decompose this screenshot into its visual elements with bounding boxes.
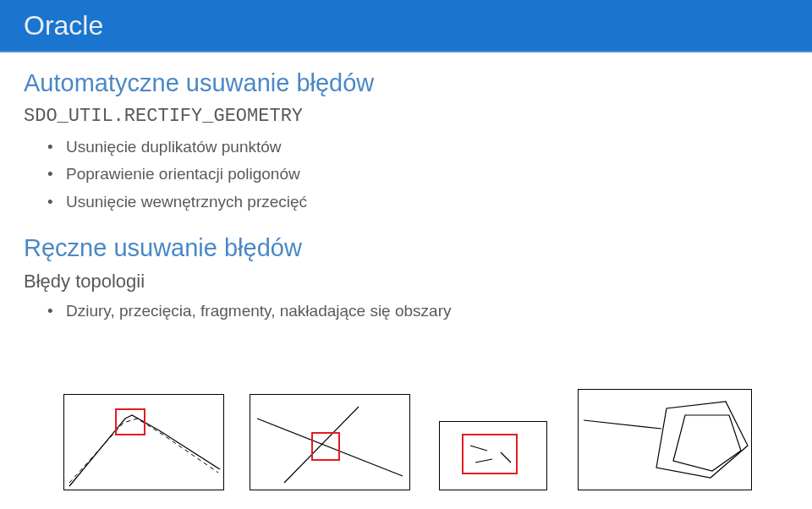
diagram-panel-1 xyxy=(63,394,224,490)
bullet-item: Usunięcie duplikatów punktów xyxy=(66,134,812,161)
diagram-panel-4 xyxy=(578,389,752,490)
diagram-panel-3 xyxy=(439,421,547,490)
content: Automatyczne usuwanie błędów SDO_UTIL.RE… xyxy=(0,52,812,325)
diagrams-row xyxy=(63,379,757,497)
section2-sub: Błędy topologii xyxy=(24,271,812,293)
section2-bullets: Dziury, przecięcia, fragmenty, nakładają… xyxy=(24,298,812,325)
svg-marker-7 xyxy=(673,415,741,471)
svg-line-5 xyxy=(584,420,661,429)
highlight-box xyxy=(115,408,145,435)
code-identifier: SDO_UTIL.RECTIFY_GEOMETRY xyxy=(24,106,812,127)
section1-heading: Automatyczne usuwanie błędów xyxy=(24,69,812,97)
bullet-item: Usunięcie wewnętrznych przecięć xyxy=(66,189,812,216)
diagram-panel-2 xyxy=(250,394,410,490)
page-title: Oracle xyxy=(24,10,103,41)
section2-heading: Ręczne usuwanie błędów xyxy=(24,234,812,262)
highlight-box xyxy=(311,432,340,461)
svg-marker-6 xyxy=(656,402,748,478)
header-band: Oracle xyxy=(0,0,812,52)
diagram-4-svg xyxy=(579,390,753,491)
bullet-item: Poprawienie orientacji poligonów xyxy=(66,161,812,188)
section1-bullets: Usunięcie duplikatów punktów Poprawienie… xyxy=(24,134,812,216)
highlight-box xyxy=(462,434,518,474)
bullet-item: Dziury, przecięcia, fragmenty, nakładają… xyxy=(66,298,812,325)
